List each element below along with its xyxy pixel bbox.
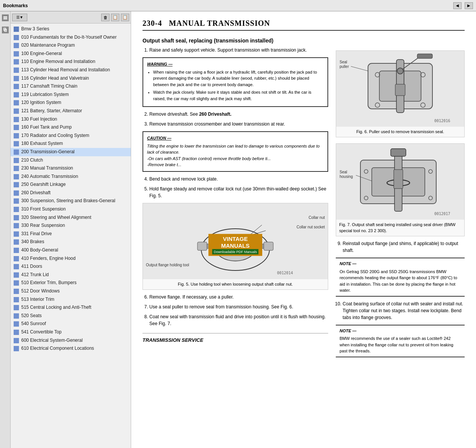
sidebar-item-520[interactable]: 520 Seats xyxy=(11,312,131,320)
sidebar-item-119[interactable]: 119 Lubrication System xyxy=(11,91,131,99)
sidebar-delete-btn[interactable]: 🗑 xyxy=(101,14,110,21)
sidebar-list[interactable]: Bmw 3 Series 010 Fundamentals for the Do… xyxy=(11,24,131,448)
sidebar-item-label: 541 Convertible Top xyxy=(21,329,62,335)
sidebar-item-200[interactable]: 200 Transmission-General xyxy=(11,148,131,156)
sidebar-item-331[interactable]: 331 Final Drive xyxy=(11,230,131,238)
bookmark-icon xyxy=(14,346,19,351)
svg-marker-22 xyxy=(15,167,18,170)
bookmark-icon xyxy=(14,117,19,122)
sidebar-item-010[interactable]: 010 Fundamentals for the Do-It-Yourself … xyxy=(11,33,131,42)
sidebar-icon-1[interactable] xyxy=(2,14,9,21)
sidebar-item-label: 240 Automatic Transmission xyxy=(21,174,78,180)
svg-marker-24 xyxy=(15,183,18,187)
svg-marker-12 xyxy=(15,85,18,88)
sidebar-item-330[interactable]: 330 Rear Suspension xyxy=(11,222,131,230)
sidebar-item-113[interactable]: 113 Cylinder Head Removal and Installati… xyxy=(11,66,131,74)
sidebar-item-310[interactable]: 310 Front Suspension xyxy=(11,205,131,214)
sidebar-item-label: 400 Body-General xyxy=(21,247,58,253)
note-2-title: NOTE — xyxy=(340,328,461,334)
sidebar-item-180[interactable]: 180 Exhaust System xyxy=(11,140,131,148)
sidebar-item-117[interactable]: 117 Camshaft Timing Chain xyxy=(11,82,131,91)
bookmark-icon xyxy=(14,297,19,302)
sidebar-item-513[interactable]: 513 Interior Trim xyxy=(11,296,131,304)
sidebar-item-250[interactable]: 250 Gearshift Linkage xyxy=(11,181,131,189)
sidebar-item-110[interactable]: 110 Engine Removal and Installation xyxy=(11,58,131,66)
caution-box: CAUTION — Tilting the engine to lower th… xyxy=(142,131,328,172)
figure-6-svg: Seal puller 0012016 xyxy=(338,52,463,126)
sidebar-item-600[interactable]: 600 Electrical System-General xyxy=(11,336,131,345)
svg-marker-6 xyxy=(15,36,18,39)
svg-marker-8 xyxy=(15,52,18,56)
sidebar-item-020[interactable]: 020 Maintenance Program xyxy=(11,41,131,50)
sidebar-item-130[interactable]: 130 Fuel Injection xyxy=(11,115,131,124)
sidebar-item-label: 100 Engine-General xyxy=(21,51,62,57)
figure-5-image: 0012014 VINTAGE MANUALS Downloadable PDF… xyxy=(143,203,328,279)
sidebar-item-410[interactable]: 410 Fenders, Engine Hood xyxy=(11,255,131,263)
bookmark-icon xyxy=(14,256,19,261)
sidebar-item-bmw[interactable]: Bmw 3 Series xyxy=(11,25,131,33)
sidebar-item-240[interactable]: 240 Automatic Transmission xyxy=(11,173,131,181)
bookmark-icon xyxy=(14,100,19,105)
bookmark-icon xyxy=(14,68,19,73)
nav-next-button[interactable]: ▶ xyxy=(465,2,473,9)
bookmark-icon xyxy=(14,305,19,310)
sidebar-item-label: 310 Front Suspension xyxy=(21,206,66,212)
bookmark-icon xyxy=(14,207,19,212)
sidebar-item-121[interactable]: 121 Battery, Starter, Alternator xyxy=(11,107,131,115)
bookmark-icon xyxy=(14,280,19,286)
sidebar-item-515[interactable]: 515 Central Locking and Anti-Theft xyxy=(11,303,131,312)
svg-marker-20 xyxy=(15,150,18,154)
sidebar-item-512[interactable]: 512 Door Windows xyxy=(11,287,131,296)
figure-6-image: Seal puller 0012016 xyxy=(336,51,464,127)
sidebar-menu-btn[interactable]: ☰▼ xyxy=(12,14,27,21)
sidebar-icon-2[interactable] xyxy=(2,27,9,33)
svg-rect-79 xyxy=(394,170,403,189)
sidebar-item-100[interactable]: 100 Engine-General xyxy=(11,50,131,58)
sidebar-item-320[interactable]: 320 Steering and Wheel Alignment xyxy=(11,214,131,222)
step-3: Remove transmission crossmember and lowe… xyxy=(149,121,328,127)
sidebar-item-412[interactable]: 412 Trunk Lid xyxy=(11,271,131,279)
warning-bullet-2: Watch the jack closely. Make sure it sta… xyxy=(153,89,324,102)
sidebar-item-label: 540 Sunroof xyxy=(21,321,46,327)
collar-nut-label: Collar nut xyxy=(308,215,325,220)
sidebar-item-label: 210 Clutch xyxy=(21,157,43,163)
sidebar-item-540[interactable]: 540 Sunroof xyxy=(11,320,131,328)
bookmark-icon xyxy=(14,133,19,138)
bookmark-icon xyxy=(14,272,19,278)
figure-7-svg: Seal housing 0012017 xyxy=(338,145,463,219)
nav-prev-button[interactable]: ◀ xyxy=(453,2,462,9)
sidebar-item-label: 510 Exterior Trim, Bumpers xyxy=(21,280,77,286)
sidebar-item-411[interactable]: 411 Doors xyxy=(11,263,131,271)
caution-text: Tilting the engine to lower the transmis… xyxy=(147,143,324,168)
output-flange-label: Output flange holding tool xyxy=(146,262,189,268)
sidebar-paste-btn[interactable]: 📋 xyxy=(121,14,129,21)
svg-marker-44 xyxy=(15,347,18,351)
sidebar-item-116[interactable]: 116 Cylinder Head and Valvetrain xyxy=(11,74,131,83)
sidebar-item-120[interactable]: 120 Ignition System xyxy=(11,99,131,107)
sidebar-item-340[interactable]: 340 Brakes xyxy=(11,238,131,246)
sidebar-item-170[interactable]: 170 Radiator and Cooling System xyxy=(11,132,131,140)
sidebar-copy-btn[interactable]: 📋 xyxy=(111,14,119,21)
sidebar-item-label: 331 Final Drive xyxy=(21,231,52,237)
sidebar-item-230[interactable]: 230 Manual Transmission xyxy=(11,164,131,173)
figure-6-box: Seal puller 0012016 xyxy=(336,50,465,137)
bookmark-icon xyxy=(14,330,19,335)
bookmark-icon xyxy=(14,149,19,155)
bookmark-icon xyxy=(14,158,19,163)
sidebar-item-160[interactable]: 160 Fuel Tank and Pump xyxy=(11,123,131,132)
sidebar-item-260[interactable]: 260 Driveshaft xyxy=(11,189,131,197)
sidebar-item-label: 610 Electrical Component Locations xyxy=(21,346,94,352)
svg-marker-16 xyxy=(15,118,18,121)
bookmark-icon xyxy=(14,231,19,237)
sidebar-item-300[interactable]: 300 Suspension, Steering and Brakes-Gene… xyxy=(11,197,131,205)
sidebar-item-610[interactable]: 610 Electrical Component Locations xyxy=(11,344,131,353)
sidebar-item-400[interactable]: 400 Body-General xyxy=(11,246,131,255)
svg-rect-2 xyxy=(3,19,7,19)
sidebar-item-210[interactable]: 210 Clutch xyxy=(11,156,131,165)
sidebar-item-510[interactable]: 510 Exterior Trim, Bumpers xyxy=(11,279,131,287)
note-1-title: NOTE — xyxy=(340,261,461,267)
bookmark-icon xyxy=(14,59,19,64)
warning-box: WARNING — When raising the car using a f… xyxy=(142,57,328,107)
sidebar-item-label: 513 Interior Trim xyxy=(21,297,54,303)
sidebar-item-541[interactable]: 541 Convertible Top xyxy=(11,328,131,336)
